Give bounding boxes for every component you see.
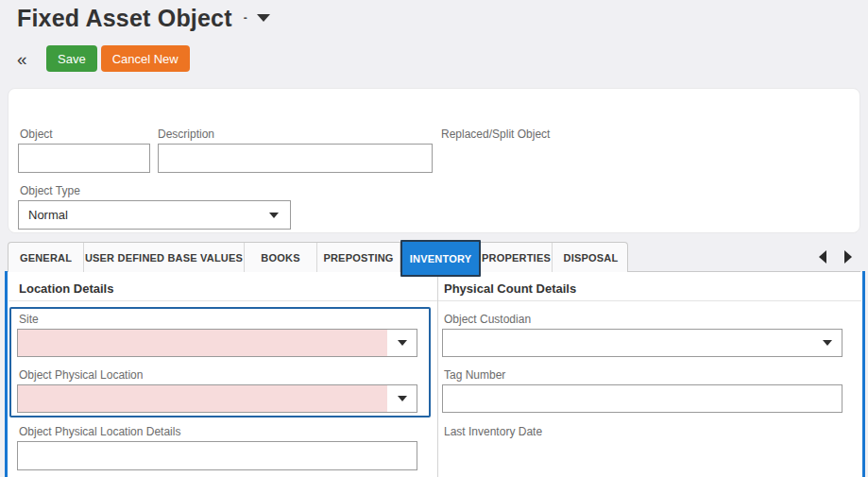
panel-divider [437,272,438,477]
page-header: Fixed Asset Object - [17,3,270,33]
tab-label: INVENTORY [410,253,471,264]
cancel-new-button[interactable]: Cancel New [101,45,190,72]
chevron-down-icon [398,396,407,401]
object-physical-location-details-input[interactable] [17,441,417,470]
object-custodian-combobox[interactable] [442,329,842,357]
tab-books[interactable]: BOOKS [245,243,317,272]
object-custodian-input[interactable] [443,330,812,356]
tab-disposal[interactable]: DISPOSAL [553,243,629,272]
double-chevron-left-icon: « [17,49,27,69]
tag-number-input[interactable] [442,384,842,413]
description-label: Description [158,128,214,141]
tab-label: USER DEFINED BASE VALUES [85,252,243,264]
toolbar: « Save Cancel New [17,45,190,72]
tab-label: PREPOSTING [323,252,393,264]
location-heading-rule [9,300,437,301]
tab-label: GENERAL [20,252,72,264]
tab-scroll-right-button[interactable] [841,249,856,264]
record-id: - [244,11,247,25]
tab-inventory[interactable]: INVENTORY [400,240,481,277]
description-input[interactable] [158,144,433,173]
chevron-down-icon [823,340,832,346]
save-button[interactable]: Save [46,45,97,72]
object-type-value: Normal [28,208,68,222]
chevron-down-icon [269,213,279,218]
object-physical-location-details-label: Object Physical Location Details [19,425,180,438]
physical-count-details-title: Physical Count Details [444,281,576,296]
summary-form-card: Object Description Replaced/Split Object… [8,88,860,233]
object-type-select[interactable]: Normal [18,200,291,230]
active-panel-left-bar [5,271,8,477]
location-details-title: Location Details [19,281,113,296]
active-panel-right-bar [862,271,865,477]
object-physical-location-input[interactable] [18,385,387,412]
tag-number-label: Tag Number [444,368,505,382]
chevron-right-icon [844,250,852,264]
collapse-toolbar-button[interactable]: « [17,50,38,68]
object-type-label: Object Type [20,184,80,197]
object-physical-location-dropdown-button[interactable] [387,385,417,412]
object-label: Object [20,128,53,141]
site-combobox[interactable] [17,329,417,357]
tab-preposting[interactable]: PREPOSTING [317,243,400,272]
object-custodian-label: Object Custodian [444,313,531,326]
page-title: Fixed Asset Object [17,5,232,32]
tab-label: DISPOSAL [564,252,619,264]
chevron-down-icon [257,14,270,22]
object-custodian-dropdown-button[interactable] [812,330,842,356]
object-physical-location-combobox[interactable] [17,384,417,413]
tab-label: BOOKS [261,252,299,264]
tab-general[interactable]: GENERAL [9,243,84,272]
site-dropdown-button[interactable] [387,330,417,356]
object-input[interactable] [18,144,150,173]
tab-scroll-left-button[interactable] [815,249,830,264]
tab-bar: GENERAL USER DEFINED BASE VALUES BOOKS P… [8,242,628,272]
site-input[interactable] [18,330,387,356]
chevron-down-icon [398,340,407,346]
chevron-left-icon [819,250,826,264]
tab-label: PROPERTIES [482,252,551,264]
tab-properties[interactable]: PROPERTIES [481,243,553,272]
tab-user-defined-base-values[interactable]: USER DEFINED BASE VALUES [84,243,245,272]
physical-heading-rule [438,300,861,301]
replaced-split-object-label: Replaced/Split Object [441,128,550,141]
last-inventory-date-label: Last Inventory Date [444,425,542,438]
record-dropdown-button[interactable] [257,14,270,22]
object-physical-location-label: Object Physical Location [19,368,143,382]
site-label: Site [19,313,39,326]
